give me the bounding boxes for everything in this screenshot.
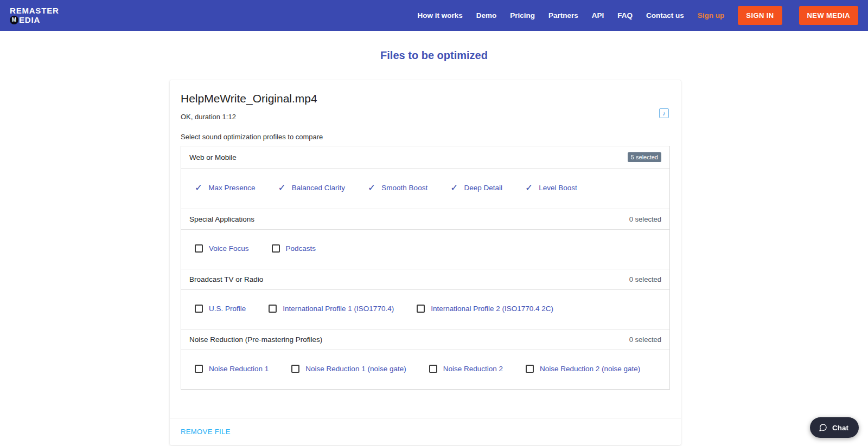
profile-label: International Profile 1 (ISO1770.4) (283, 305, 394, 313)
group-row-broadcast: U.S. Profile International Profile 1 (IS… (181, 290, 669, 329)
check-icon (278, 183, 286, 192)
profile-label: Smooth Boost (381, 184, 427, 192)
group-header-special-applications: Special Applications 0 selected (181, 209, 669, 230)
nav-link-pricing[interactable]: Pricing (510, 11, 535, 20)
file-name: HelpMeWrite_Original.mp4 (181, 92, 670, 105)
group-header-broadcast: Broadcast TV or Radio 0 selected (181, 269, 669, 290)
checkbox-icon[interactable] (526, 365, 534, 373)
profile-label: Podcasts (286, 244, 316, 253)
top-navbar: REMASTER M EDIA How it works Demo Pricin… (0, 0, 868, 31)
group-row-noise-reduction: Noise Reduction 1 Noise Reduction 1 (noi… (181, 350, 669, 389)
profile-label: Noise Reduction 1 (noise gate) (305, 365, 406, 373)
profile-international-1[interactable]: International Profile 1 (ISO1770.4) (269, 305, 394, 313)
checkbox-icon[interactable] (195, 305, 203, 313)
new-media-button[interactable]: NEW MEDIA (799, 6, 858, 25)
profile-noise-reduction-1-gate[interactable]: Noise Reduction 1 (noise gate) (291, 365, 406, 373)
file-card-footer: REMOVE FILE (170, 418, 681, 445)
checkbox-icon[interactable] (272, 244, 280, 253)
check-icon (195, 183, 202, 192)
profile-label: Deep Detail (464, 184, 502, 192)
check-icon (450, 183, 458, 192)
profile-podcasts[interactable]: Podcasts (272, 244, 316, 253)
group-header-noise-reduction: Noise Reduction (Pre-mastering Profiles)… (181, 329, 669, 350)
profile-label: International Profile 2 (ISO1770.4 2C) (431, 305, 553, 313)
group-name: Special Applications (189, 215, 254, 223)
profiles-instruction: Select sound optimization profiles to co… (181, 133, 670, 141)
profile-us-profile[interactable]: U.S. Profile (195, 305, 246, 313)
selected-count-badge: 5 selected (628, 152, 661, 162)
checkbox-icon[interactable] (195, 365, 203, 373)
remove-file-link[interactable]: REMOVE FILE (181, 428, 231, 436)
profile-noise-reduction-2[interactable]: Noise Reduction 2 (429, 365, 503, 373)
nav-link-demo[interactable]: Demo (476, 11, 497, 20)
checkbox-icon[interactable] (417, 305, 425, 313)
profile-max-presence[interactable]: Max Presence (195, 183, 256, 192)
profile-label: Voice Focus (209, 244, 249, 253)
profile-label: Level Boost (539, 184, 577, 192)
chat-widget-button[interactable]: Chat (810, 417, 859, 438)
selected-count: 0 selected (629, 275, 661, 283)
main-content: Files to be optimized HelpMeWrite_Origin… (0, 31, 868, 445)
profile-balanced-clarity[interactable]: Balanced Clarity (278, 183, 346, 192)
group-name: Broadcast TV or Radio (189, 275, 263, 283)
sign-in-button[interactable]: SIGN IN (738, 6, 782, 25)
page-title: Files to be optimized (0, 49, 868, 62)
profile-level-boost[interactable]: Level Boost (525, 183, 577, 192)
brand-logo[interactable]: REMASTER M EDIA (10, 7, 59, 24)
nav-link-api[interactable]: API (592, 11, 604, 20)
checkbox-icon[interactable] (195, 244, 203, 253)
chat-bubble-icon (819, 423, 827, 432)
nav-links: How it works Demo Pricing Partners API F… (417, 6, 858, 25)
profile-label: Max Presence (208, 184, 255, 192)
profile-international-2[interactable]: International Profile 2 (ISO1770.4 2C) (417, 305, 553, 313)
group-header-web-or-mobile: Web or Mobile 5 selected (181, 146, 669, 169)
profile-noise-reduction-2-gate[interactable]: Noise Reduction 2 (noise gate) (526, 365, 640, 373)
group-row-special-applications: Voice Focus Podcasts (181, 230, 669, 269)
profiles-panel: Web or Mobile 5 selected Max Presence Ba… (181, 146, 670, 390)
group-name: Web or Mobile (189, 153, 237, 161)
profile-voice-focus[interactable]: Voice Focus (195, 244, 249, 253)
profile-label: Balanced Clarity (292, 184, 345, 192)
group-name: Noise Reduction (Pre-mastering Profiles) (189, 335, 322, 344)
profile-label: Noise Reduction 2 (noise gate) (540, 365, 640, 373)
checkbox-icon[interactable] (269, 305, 277, 313)
brand-m-icon: M (10, 16, 18, 24)
profile-label: U.S. Profile (209, 305, 246, 313)
profile-smooth-boost[interactable]: Smooth Boost (368, 183, 427, 192)
file-status: OK, duration 1:12 (181, 113, 670, 121)
profile-label: Noise Reduction 2 (443, 365, 503, 373)
chat-label: Chat (832, 424, 848, 432)
profile-label: Noise Reduction 1 (209, 365, 269, 373)
brand-line2: EDIA (19, 16, 40, 25)
profile-noise-reduction-1[interactable]: Noise Reduction 1 (195, 365, 269, 373)
check-icon (525, 183, 533, 192)
nav-link-sign-up[interactable]: Sign up (698, 11, 725, 20)
check-icon (368, 183, 375, 192)
group-row-web-or-mobile: Max Presence Balanced Clarity Smooth Boo… (181, 169, 669, 209)
brand-line1: REMASTER (10, 7, 59, 16)
nav-link-faq[interactable]: FAQ (617, 11, 633, 20)
nav-link-how-it-works[interactable]: How it works (417, 11, 462, 20)
checkbox-icon[interactable] (291, 365, 299, 373)
file-card: HelpMeWrite_Original.mp4 OK, duration 1:… (170, 80, 681, 445)
selected-count: 0 selected (629, 215, 661, 223)
profile-deep-detail[interactable]: Deep Detail (450, 183, 502, 192)
nav-link-partners[interactable]: Partners (548, 11, 578, 20)
nav-link-contact-us[interactable]: Contact us (646, 11, 684, 20)
music-note-icon[interactable]: ♪ (659, 108, 669, 118)
selected-count: 0 selected (629, 335, 661, 344)
checkbox-icon[interactable] (429, 365, 437, 373)
